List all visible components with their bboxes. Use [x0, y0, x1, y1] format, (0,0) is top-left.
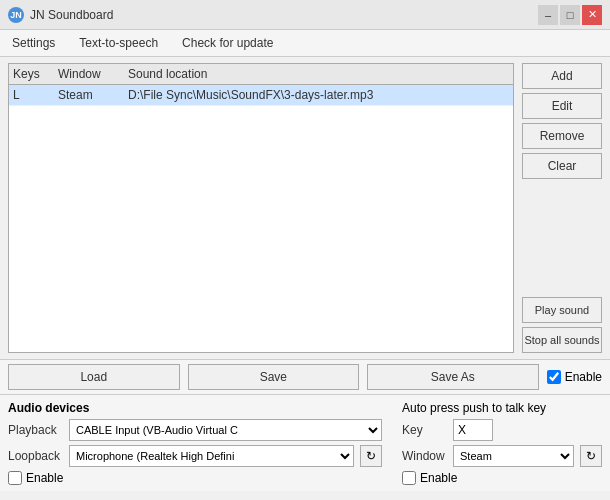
window-row: Window Steam ↻ [402, 445, 602, 467]
save-button[interactable]: Save [188, 364, 360, 390]
edit-button[interactable]: Edit [522, 93, 602, 119]
load-button[interactable]: Load [8, 364, 180, 390]
auto-press-title: Auto press push to talk key [402, 401, 602, 415]
main-content: Keys Window Sound location L Steam D:\Fi… [0, 57, 610, 359]
menu-tts[interactable]: Text-to-speech [75, 34, 162, 52]
title-bar-left: JN JN Soundboard [8, 7, 113, 23]
menu-update[interactable]: Check for update [178, 34, 277, 52]
loopback-label: Loopback [8, 449, 63, 463]
enable-label: Enable [565, 370, 602, 384]
clear-button[interactable]: Clear [522, 153, 602, 179]
bottom-row: Load Save Save As Enable [0, 359, 610, 394]
auto-press-section: Auto press push to talk key Key Window S… [402, 401, 602, 485]
key-label: Key [402, 423, 447, 437]
col-header-window: Window [58, 67, 128, 81]
stop-all-sounds-button[interactable]: Stop all sounds [522, 327, 602, 353]
minimize-button[interactable]: – [538, 5, 558, 25]
playback-select[interactable]: CABLE Input (VB-Audio Virtual C [69, 419, 382, 441]
loopback-enable-label: Enable [26, 471, 63, 485]
loopback-enable-row: Enable [8, 471, 382, 485]
window-select[interactable]: Steam [453, 445, 574, 467]
maximize-button[interactable]: □ [560, 5, 580, 25]
enable-checkbox[interactable] [547, 370, 561, 384]
cell-location: D:\File Sync\Music\SoundFX\3-days-later.… [128, 88, 509, 102]
cell-keys: L [13, 88, 58, 102]
key-row: Key [402, 419, 602, 441]
auto-press-enable-label: Enable [420, 471, 457, 485]
table-header: Keys Window Sound location [9, 64, 513, 85]
menu-settings[interactable]: Settings [8, 34, 59, 52]
window-refresh-button[interactable]: ↻ [580, 445, 602, 467]
enable-area: Enable [547, 370, 602, 384]
app-icon: JN [8, 7, 24, 23]
add-button[interactable]: Add [522, 63, 602, 89]
audio-devices-title: Audio devices [8, 401, 382, 415]
loopback-select[interactable]: Microphone (Realtek High Defini [69, 445, 354, 467]
col-header-location: Sound location [128, 67, 509, 81]
audio-section: Audio devices Playback CABLE Input (VB-A… [0, 394, 610, 491]
menu-bar: Settings Text-to-speech Check for update [0, 30, 610, 57]
loopback-refresh-button[interactable]: ↻ [360, 445, 382, 467]
col-header-keys: Keys [13, 67, 58, 81]
auto-press-enable-checkbox[interactable] [402, 471, 416, 485]
key-input[interactable] [453, 419, 493, 441]
loopback-enable-checkbox[interactable] [8, 471, 22, 485]
close-button[interactable]: ✕ [582, 5, 602, 25]
remove-button[interactable]: Remove [522, 123, 602, 149]
playback-label: Playback [8, 423, 63, 437]
playback-row: Playback CABLE Input (VB-Audio Virtual C [8, 419, 382, 441]
auto-press-enable-row: Enable [402, 471, 602, 485]
table-row[interactable]: L Steam D:\File Sync\Music\SoundFX\3-day… [9, 85, 513, 106]
play-sound-button[interactable]: Play sound [522, 297, 602, 323]
window-label: Window [402, 449, 447, 463]
title-bar: JN JN Soundboard – □ ✕ [0, 0, 610, 30]
save-as-button[interactable]: Save As [367, 364, 539, 390]
loopback-row: Loopback Microphone (Realtek High Defini… [8, 445, 382, 467]
right-buttons: Add Edit Remove Clear Play sound Stop al… [522, 63, 602, 353]
cell-window: Steam [58, 88, 128, 102]
window-controls: – □ ✕ [538, 5, 602, 25]
app-title: JN Soundboard [30, 8, 113, 22]
audio-devices: Audio devices Playback CABLE Input (VB-A… [8, 401, 382, 485]
sound-table: Keys Window Sound location L Steam D:\Fi… [8, 63, 514, 353]
